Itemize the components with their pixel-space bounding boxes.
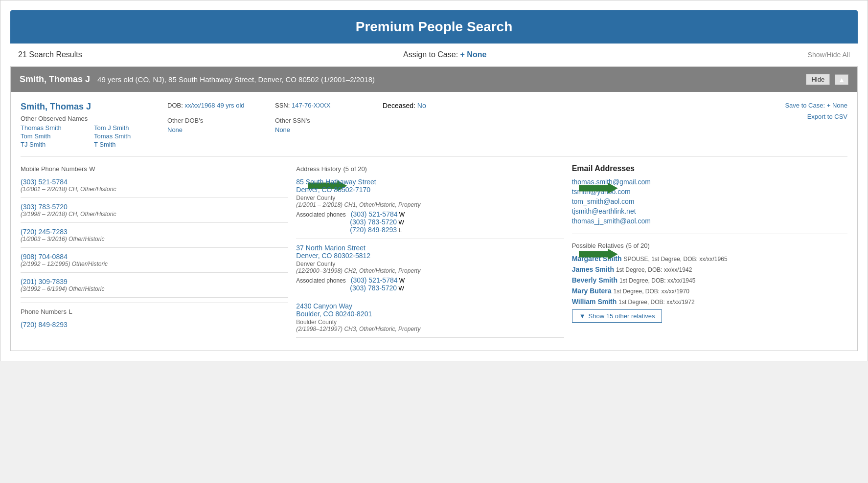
assoc-phones-1: Associated phones (303) 521-5784 W (303)… <box>296 210 564 234</box>
address-link-3[interactable]: 2430 Canyon WayBoulder, CO 80240-8201 <box>296 302 372 318</box>
other-name-tom-j-smith[interactable]: Tom J Smith <box>94 124 158 132</box>
phone-item-land-1: (720) 849-8293 <box>21 321 288 333</box>
other-name-t-smith[interactable]: T Smith <box>94 141 158 148</box>
email-title: Email Addresses <box>572 164 847 173</box>
relative-detail-2: 1st Degree, DOB: xx/xx/1942 <box>616 266 692 273</box>
three-columns: Mobile Phone Numbers W (303) 521-5784 (1… <box>21 156 847 351</box>
relative-detail-1: SPOUSE, 1st Degree, DOB: xx/xx/1965 <box>623 256 727 263</box>
address-column: Address History (5 of 20) 85 South Hatha… <box>296 164 571 343</box>
phone-number-4[interactable]: (908) 704-0884 <box>21 253 288 261</box>
other-names-label: Other Observed Names <box>21 115 158 122</box>
other-dobs-value: None <box>167 126 265 133</box>
result-header-details: 49 yers old (CO, NJ), 85 South Hathaway … <box>97 75 375 84</box>
phone-details-4: (2/1992 – 12/1995) Other/Historic <box>21 261 288 267</box>
primary-name: Smith, Thomas J <box>21 102 158 112</box>
relative-detail-3: 1st Degree, DOB: xx/xx/1945 <box>619 277 695 284</box>
address-link-2[interactable]: 37 North Marion StreetDenver, CO 80302-5… <box>296 244 370 260</box>
name-section: Smith, Thomas J Other Observed Names Tho… <box>21 102 158 148</box>
other-name-tomas-smith[interactable]: Tomas Smith <box>94 132 158 140</box>
phone-numbers-badge: L <box>69 308 72 315</box>
dob-value[interactable]: xx/xx/1968 49 yrs old <box>184 102 244 109</box>
save-section: Save to Case: + None Export to CSV <box>466 102 847 148</box>
result-header-title: Smith, Thomas J 49 yers old (CO, NJ), 85… <box>20 74 375 85</box>
phone-number-3[interactable]: (720) 245-7283 <box>21 228 288 236</box>
address-count: (5 of 20) <box>343 165 367 173</box>
dob-text: DOB: <box>167 102 183 109</box>
other-ssns-label: Other SSN's <box>275 117 373 124</box>
deceased-value[interactable]: No <box>417 102 426 110</box>
address-item-1: 85 South Hathaway StreetDenver, CO 80502… <box>296 178 564 239</box>
phone-number-land-1[interactable]: (720) 849-8293 <box>21 321 288 329</box>
page-container: Premium People Search 21 Search Results … <box>0 0 868 361</box>
phone-number-5[interactable]: (201) 309-7839 <box>21 278 288 285</box>
relative-detail-4: 1st Degree, DOB: xx/xx/1970 <box>613 288 689 295</box>
other-names-grid: Thomas Smith Tom J Smith Tom Smith Tomas… <box>21 124 158 148</box>
phone-details-1: (1/2001 – 2/2018) CH, Other/Historic <box>21 186 288 193</box>
save-to-case-link[interactable]: Save to Case: + None <box>466 102 847 109</box>
toolbar: 21 Search Results Assign to Case: + None… <box>10 44 858 66</box>
other-name-thomas-smith[interactable]: Thomas Smith <box>21 124 84 132</box>
address-county-2: Denver County <box>296 261 564 267</box>
arrow-address-1 <box>579 183 618 194</box>
top-info-row: Smith, Thomas J Other Observed Names Tho… <box>21 102 847 156</box>
address-county-1: Denver County <box>296 195 564 201</box>
other-name-tom-smith-1[interactable]: Tom Smith <box>21 132 84 140</box>
phone-numbers-title-text: Phone Numbers <box>21 308 67 315</box>
assoc-phone-2b[interactable]: (303) 783-5720 <box>350 284 397 292</box>
page-title: Premium People Search <box>356 19 513 34</box>
assign-to-case: Assign to Case: + None <box>82 50 808 59</box>
relative-item-2: James Smith 1st Degree, DOB: xx/xx/1942 <box>572 265 847 273</box>
address-details-3: (2/1998–12/1997) CH3, Other/Historic, Pr… <box>296 326 564 332</box>
relative-name-4[interactable]: Mary Butera <box>572 287 612 295</box>
relative-detail-5: 1st Degree, DOB: xx/xx/1972 <box>618 299 694 306</box>
assoc-phone-1c[interactable]: (720) 849-8293 <box>350 226 397 234</box>
relative-name-2[interactable]: James Smith <box>572 265 614 273</box>
other-name-tj-smith[interactable]: TJ Smith <box>21 141 84 148</box>
address-title-text: Address History <box>296 165 341 173</box>
email-link-5[interactable]: thomas_j_smith@aol.com <box>572 217 651 225</box>
save-label: Save to Case: <box>785 102 825 109</box>
assoc-phones-label-1: Associated phones <box>296 211 349 218</box>
export-csv-link[interactable]: Export to CSV <box>466 113 847 120</box>
green-arrow-icon-2 <box>579 183 618 194</box>
relative-item-3: Beverly Smith 1st Degree, DOB: xx/xx/194… <box>572 276 847 284</box>
phone-number-1[interactable]: (303) 521-5784 <box>21 178 288 186</box>
dob-label: DOB: xx/xx/1968 49 yrs old <box>167 102 265 109</box>
phone-numbers-title: Phone Numbers L <box>21 307 288 316</box>
other-dobs-label: Other DOB's <box>167 117 265 124</box>
save-case: None <box>832 102 847 109</box>
relative-name-3[interactable]: Beverly Smith <box>572 276 617 284</box>
ssn-value[interactable]: 147-76-XXXX <box>292 102 331 109</box>
relative-name-5[interactable]: William Smith <box>572 298 617 306</box>
assoc-phone-1b[interactable]: (303) 783-5720 <box>350 218 397 226</box>
email-link-4[interactable]: tjsmith@earthlink.net <box>572 207 636 215</box>
relatives-count: (5 of 20) <box>626 242 649 249</box>
relatives-list: Margaret Smith SPOUSE, 1st Degree, DOB: … <box>572 255 847 306</box>
other-ssns-value: None <box>275 126 373 133</box>
assign-case-link[interactable]: None <box>467 50 486 59</box>
hide-button[interactable]: Hide <box>806 74 830 85</box>
phone-details-2: (3/1998 – 2/2018) CH, Other/Historic <box>21 211 288 218</box>
ssn-text: SSN: <box>275 102 290 109</box>
address-title: Address History (5 of 20) <box>296 164 564 173</box>
phone-details-3: (1/2003 – 3/2016) Other/Historic <box>21 236 288 242</box>
phone-item-1: (303) 521-5784 (1/2001 – 2/2018) CH, Oth… <box>21 178 288 198</box>
phone-number-2[interactable]: (303) 783-5720 <box>21 203 288 211</box>
assign-plus[interactable]: + <box>460 50 465 59</box>
address-item-2: 37 North Marion StreetDenver, CO 80302-5… <box>296 244 564 297</box>
assoc-phone-1a[interactable]: (303) 521-5784 <box>351 210 398 218</box>
page-header: Premium People Search <box>10 10 858 44</box>
show-hide-all-button[interactable]: Show/Hide All <box>808 51 850 59</box>
result-header: Smith, Thomas J 49 yers old (CO, NJ), 85… <box>11 67 857 92</box>
show-more-relatives-button[interactable]: ▼ Show 15 other relatives <box>572 309 662 323</box>
phones-column: Mobile Phone Numbers W (303) 521-5784 (1… <box>21 164 296 343</box>
show-more-arrow-icon: ▼ <box>579 312 586 320</box>
assoc-phone-2a[interactable]: (303) 521-5784 <box>351 276 398 284</box>
email-link-3[interactable]: tom_smith@aol.com <box>572 198 635 205</box>
address-link-1[interactable]: 85 South Hathaway StreetDenver, CO 80502… <box>296 178 376 194</box>
collapse-icon[interactable]: ▲ <box>835 74 848 85</box>
address-item-3: 2430 Canyon WayBoulder, CO 80240-8201 Bo… <box>296 302 564 338</box>
ssn-label: SSN: 147-76-XXXX <box>275 102 373 109</box>
results-count: 21 Search Results <box>18 50 82 59</box>
show-more-label: Show 15 other relatives <box>589 312 655 320</box>
